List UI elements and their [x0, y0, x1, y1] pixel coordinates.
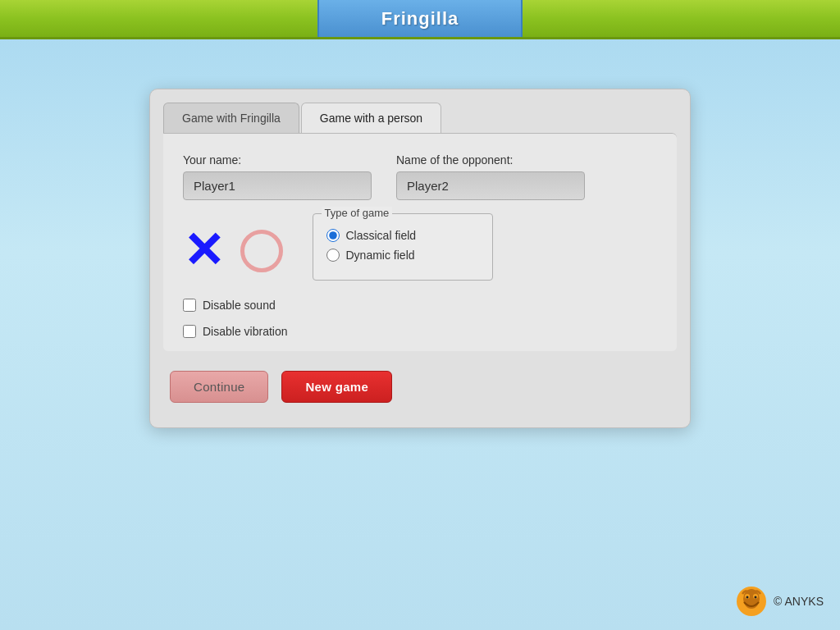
disable-sound-checkbox[interactable] [183, 299, 196, 312]
disable-vibration-label: Disable vibration [203, 325, 288, 338]
two-col-layout: ✕ Disable sound Disable vibration [183, 213, 657, 345]
o-symbol [240, 230, 283, 272]
dynamic-field-radio[interactable] [326, 249, 340, 262]
buttons-row: Continue New game [150, 371, 690, 403]
new-game-button[interactable]: New game [281, 371, 392, 403]
tab-content: Your name: Name of the opponent: ✕ [163, 133, 677, 351]
right-col: Type of game Classical field Dynamic fie… [313, 213, 493, 345]
title-bar: Fringilla [0, 0, 840, 39]
svg-point-5 [755, 596, 757, 599]
classical-field-option[interactable]: Classical field [326, 229, 479, 242]
dialog: Game with Fringilla Game with a person Y… [149, 89, 691, 428]
app-title: Fringilla [381, 8, 459, 30]
disable-vibration-row[interactable]: Disable vibration [183, 325, 288, 338]
disable-sound-row[interactable]: Disable sound [183, 299, 288, 312]
tabs: Game with Fringilla Game with a person [150, 89, 690, 133]
your-name-input[interactable] [183, 171, 372, 200]
name-fields-row: Your name: Name of the opponent: [183, 153, 657, 200]
svg-point-4 [746, 596, 749, 599]
disable-sound-label: Disable sound [203, 299, 276, 312]
type-of-game-legend: Type of game [322, 207, 393, 219]
dynamic-field-label: Dynamic field [346, 249, 415, 262]
left-col: ✕ Disable sound Disable vibration [183, 213, 288, 345]
disable-vibration-checkbox[interactable] [183, 325, 196, 338]
title-bar-center: Fringilla [317, 0, 523, 37]
classical-field-radio[interactable] [326, 229, 340, 242]
anyks-logo [736, 586, 767, 617]
footer: © ANYKS [736, 586, 824, 617]
classical-field-label: Classical field [346, 229, 417, 242]
continue-button[interactable]: Continue [170, 371, 268, 403]
tab-person[interactable]: Game with a person [301, 103, 441, 133]
content-area: Game with Fringilla Game with a person Y… [0, 39, 840, 630]
dynamic-field-option[interactable]: Dynamic field [326, 249, 479, 262]
symbols-row: ✕ [183, 226, 288, 276]
your-name-label: Your name: [183, 153, 372, 167]
your-name-group: Your name: [183, 153, 372, 200]
opponent-name-input[interactable] [396, 171, 585, 200]
opponent-name-label: Name of the opponent: [396, 153, 585, 167]
x-symbol: ✕ [183, 226, 224, 276]
type-of-game-box: Type of game Classical field Dynamic fie… [313, 213, 493, 281]
opponent-name-group: Name of the opponent: [396, 153, 585, 200]
brand-text: © ANYKS [774, 595, 824, 608]
tab-fringilla[interactable]: Game with Fringilla [163, 103, 299, 133]
